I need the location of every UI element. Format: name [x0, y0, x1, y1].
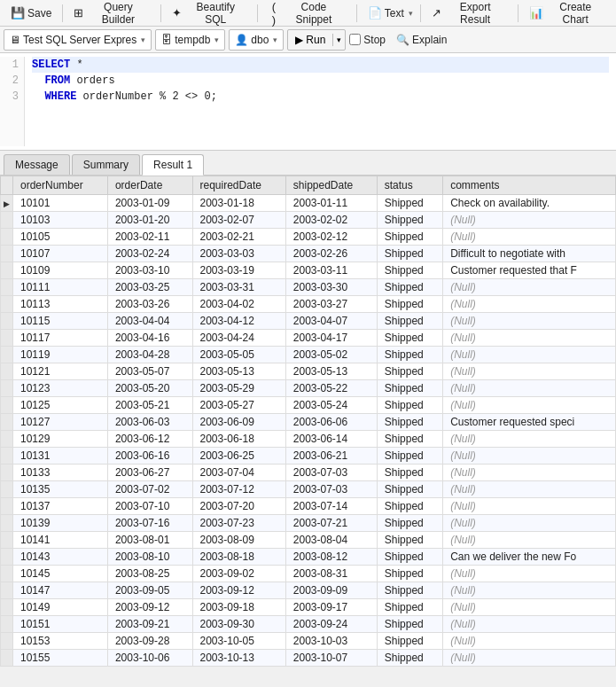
explain-button[interactable]: 🔍 Explain	[389, 29, 454, 51]
table-cell: (Null)	[443, 498, 616, 515]
table-cell: 10155	[13, 650, 108, 667]
table-cell: 2003-09-02	[192, 566, 285, 582]
table-row[interactable]: 101512003-09-212003-09-302003-09-24Shipp…	[1, 616, 616, 633]
table-cell: Shipped	[377, 515, 442, 532]
row-indicator-cell	[1, 296, 13, 313]
table-row[interactable]: 101152003-04-042003-04-122003-04-07Shipp…	[1, 313, 616, 330]
stop-checkbox[interactable]	[349, 34, 361, 45]
row-indicator-cell	[1, 498, 13, 515]
database-dropdown-arrow: ▾	[214, 35, 219, 44]
sql-editor[interactable]: 1 2 3 SELECT * FROM orders WHERE orderNu…	[0, 53, 616, 151]
table-cell: (Null)	[443, 313, 616, 330]
table-cell: 2003-02-07	[192, 212, 285, 229]
col-header-orderDate: orderDate	[107, 176, 192, 195]
table-row[interactable]: 101532003-09-282003-10-052003-10-03Shipp…	[1, 633, 616, 650]
table-cell: (Null)	[443, 212, 616, 229]
query-builder-icon: ⊞	[74, 6, 83, 20]
save-button[interactable]: 💾 Save	[4, 3, 58, 24]
table-cell: 2003-06-16	[107, 448, 192, 465]
row-indicator-cell	[1, 532, 13, 549]
table-cell: 10139	[13, 515, 108, 532]
table-cell: 2003-04-16	[107, 330, 192, 347]
table-row[interactable]: 101492003-09-122003-09-182003-09-17Shipp…	[1, 599, 616, 616]
table-cell: Shipped	[377, 195, 442, 212]
server-label: Test SQL Server Expres	[23, 34, 136, 46]
table-cell: Shipped	[377, 330, 442, 347]
table-row[interactable]: 101032003-01-202003-02-072003-02-02Shipp…	[1, 212, 616, 229]
table-cell: 2003-04-24	[192, 330, 285, 347]
row-indicator-cell	[1, 279, 13, 296]
server-selector[interactable]: 🖥 Test SQL Server Expres ▾	[4, 29, 152, 51]
table-row[interactable]: 101232003-05-202003-05-292003-05-22Shipp…	[1, 380, 616, 397]
run-button[interactable]: ▶ Run	[288, 32, 332, 48]
table-row[interactable]: 101432003-08-102003-08-182003-08-12Shipp…	[1, 549, 616, 566]
run-dropdown-button[interactable]: ▾	[332, 34, 345, 46]
table-row[interactable]: 101092003-03-102003-03-192003-03-11Shipp…	[1, 262, 616, 279]
query-builder-button[interactable]: ⊞ Query Builder	[66, 3, 157, 24]
export-result-button[interactable]: ↗ Export Result	[425, 3, 514, 24]
table-row[interactable]: 101172003-04-162003-04-242003-04-17Shipp…	[1, 330, 616, 347]
table-row[interactable]: 101392003-07-162003-07-232003-07-21Shipp…	[1, 515, 616, 532]
table-row[interactable]: 101212003-05-072003-05-132003-05-13Shipp…	[1, 363, 616, 380]
text-button[interactable]: 📄 Text ▾	[361, 3, 417, 24]
table-row[interactable]: 101132003-03-262003-04-022003-03-27Shipp…	[1, 296, 616, 313]
table-row[interactable]: 101412003-08-012003-08-092003-08-04Shipp…	[1, 532, 616, 549]
table-cell: 2003-03-19	[192, 262, 285, 279]
table-cell: 2003-06-03	[107, 414, 192, 431]
text-icon: 📄	[368, 6, 382, 20]
table-row[interactable]: 101272003-06-032003-06-092003-06-06Shipp…	[1, 414, 616, 431]
table-cell: 2003-04-17	[285, 330, 377, 347]
table-row[interactable]: 101292003-06-122003-06-182003-06-14Shipp…	[1, 431, 616, 448]
table-cell: 2003-03-27	[285, 296, 377, 313]
table-cell: 10121	[13, 363, 108, 380]
table-row[interactable]: 101012003-01-092003-01-182003-01-11Shipp…	[1, 195, 616, 212]
stop-checkbox-wrap[interactable]: Stop	[349, 34, 386, 46]
table-cell: 2003-05-20	[107, 380, 192, 397]
row-indicator-cell	[1, 549, 13, 566]
table-row[interactable]: 101112003-03-252003-03-312003-03-30Shipp…	[1, 279, 616, 296]
table-row[interactable]: 101252003-05-212003-05-272003-05-24Shipp…	[1, 397, 616, 414]
table-cell: Shipped	[377, 262, 442, 279]
database-selector[interactable]: 🗄 tempdb ▾	[155, 29, 225, 51]
table-cell: 2003-07-23	[192, 515, 285, 532]
table-row[interactable]: 101352003-07-022003-07-122003-07-03Shipp…	[1, 481, 616, 498]
table-row[interactable]: 101332003-06-272003-07-042003-07-03Shipp…	[1, 465, 616, 481]
row-indicator-cell	[1, 633, 13, 650]
schema-label: dbo	[251, 34, 269, 46]
table-cell: 10123	[13, 380, 108, 397]
table-cell: 2003-08-12	[285, 549, 377, 566]
table-cell: 2003-02-02	[285, 212, 377, 229]
table-row[interactable]: 101072003-02-242003-03-032003-02-26Shipp…	[1, 246, 616, 262]
line-number-3: 3	[5, 89, 19, 105]
table-cell: 2003-09-12	[192, 582, 285, 599]
table-row[interactable]: 101312003-06-162003-06-252003-06-21Shipp…	[1, 448, 616, 465]
query-builder-label: Query Builder	[86, 1, 150, 26]
table-cell: 2003-06-09	[192, 414, 285, 431]
schema-selector[interactable]: 👤 dbo ▾	[229, 29, 284, 51]
code-snippet-button[interactable]: ( ) Code Snippet	[261, 3, 353, 24]
export-icon: ↗	[432, 6, 441, 20]
table-row[interactable]: 101452003-08-252003-09-022003-08-31Shipp…	[1, 566, 616, 582]
beautify-sql-button[interactable]: ✦ Beautify SQL	[165, 3, 253, 24]
chart-icon: 📊	[529, 6, 543, 20]
sql-content[interactable]: SELECT * FROM orders WHERE orderNumber %…	[25, 57, 616, 146]
table-row[interactable]: 101472003-09-052003-09-122003-09-09Shipp…	[1, 582, 616, 599]
tab-message[interactable]: Message	[4, 154, 70, 175]
table-cell: 2003-05-24	[285, 397, 377, 414]
tab-result1[interactable]: Result 1	[142, 154, 204, 176]
save-label: Save	[27, 7, 51, 20]
table-row[interactable]: 101192003-04-282003-05-052003-05-02Shipp…	[1, 347, 616, 363]
table-row[interactable]: 101052003-02-112003-02-212003-02-12Shipp…	[1, 229, 616, 246]
tab-summary[interactable]: Summary	[72, 154, 140, 175]
table-cell: (Null)	[443, 380, 616, 397]
table-row[interactable]: 101372003-07-102003-07-202003-07-14Shipp…	[1, 498, 616, 515]
text-label: Text	[385, 7, 404, 20]
table-cell: 2003-09-24	[285, 616, 377, 633]
table-cell: Shipped	[377, 229, 442, 246]
table-row[interactable]: 101552003-10-062003-10-132003-10-07Shipp…	[1, 650, 616, 667]
row-indicator-header	[1, 176, 13, 195]
row-indicator-cell	[1, 650, 13, 667]
table-cell: 2003-04-12	[192, 313, 285, 330]
table-cell: Shipped	[377, 313, 442, 330]
create-chart-button[interactable]: 📊 Create Chart	[522, 3, 612, 24]
